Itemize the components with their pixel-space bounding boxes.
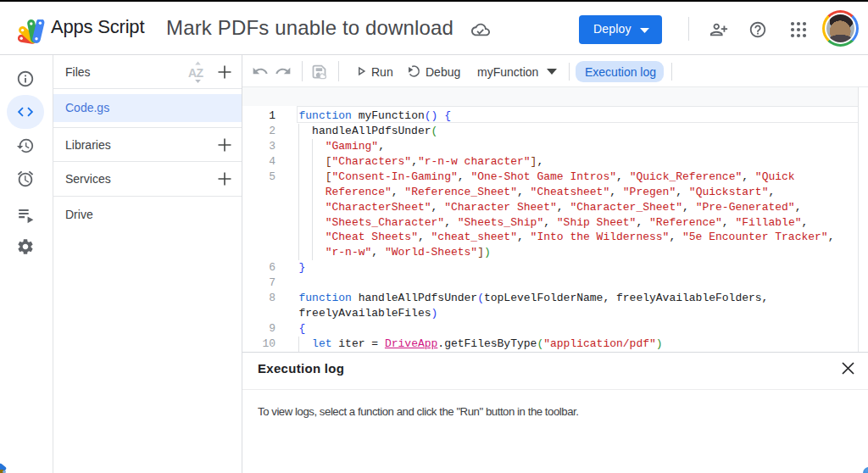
- svg-text:AZ: AZ: [188, 66, 204, 80]
